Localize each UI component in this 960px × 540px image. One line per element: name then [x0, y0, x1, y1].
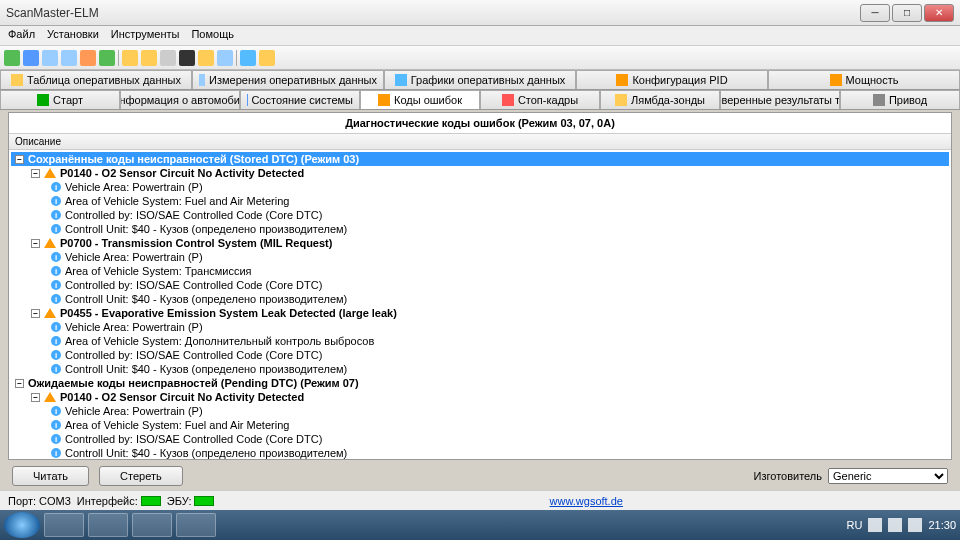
collapse-icon[interactable]: − [31, 239, 40, 248]
tray-icon[interactable] [868, 518, 882, 532]
info-icon: i [51, 182, 61, 192]
tree-row[interactable]: −Ожидаемые коды неисправностей (Pending … [11, 376, 949, 390]
info-icon: i [51, 266, 61, 276]
volume-icon[interactable] [908, 518, 922, 532]
tree-row[interactable]: −P0140 - O2 Sensor Circuit No Activity D… [11, 390, 949, 404]
toolbar-icon[interactable] [99, 50, 115, 66]
connect-icon[interactable] [4, 50, 20, 66]
info-icon: i [51, 210, 61, 220]
tab[interactable]: Старт [0, 90, 120, 109]
tree-row[interactable]: iArea of Vehicle System: Fuel and Air Me… [11, 194, 949, 208]
collapse-icon[interactable]: − [15, 155, 24, 164]
toolbar [0, 46, 960, 70]
menu-help[interactable]: Помощь [191, 28, 234, 43]
tab-icon [830, 74, 842, 86]
collapse-icon[interactable]: − [31, 169, 40, 178]
titlebar: ScanMaster-ELM ─ □ ✕ [0, 0, 960, 26]
tree-row[interactable]: −P0455 - Evaporative Emission System Lea… [11, 306, 949, 320]
maximize-button[interactable]: □ [892, 4, 922, 22]
tree-row[interactable]: −Сохранённые коды неисправностей (Stored… [11, 152, 949, 166]
tree-row[interactable]: iControll Unit: $40 - Кузов (определено … [11, 222, 949, 236]
toolbar-icon[interactable] [240, 50, 256, 66]
tab[interactable]: Таблица оперативных данных [0, 70, 192, 89]
tab[interactable]: Графики оперативных данных [384, 70, 576, 89]
menu-tools[interactable]: Инструменты [111, 28, 180, 43]
toolbar-icon[interactable] [198, 50, 214, 66]
close-button[interactable]: ✕ [924, 4, 954, 22]
tab[interactable]: Измерения оперативных данных [192, 70, 384, 89]
dtc-detail: Vehicle Area: Powertrain (P) [65, 321, 203, 333]
tab-label: Информация о автомобиле [120, 94, 240, 106]
info-icon: i [51, 336, 61, 346]
menu-settings[interactable]: Установки [47, 28, 99, 43]
tab-icon [378, 94, 390, 106]
tree-row[interactable]: iVehicle Area: Powertrain (P) [11, 180, 949, 194]
warning-icon [44, 392, 56, 402]
warning-icon [44, 308, 56, 318]
website-link[interactable]: www.wgsoft.de [550, 495, 623, 507]
tree-row[interactable]: iControll Unit: $40 - Кузов (определено … [11, 446, 949, 459]
clock[interactable]: 21:30 [928, 519, 956, 531]
tree-row[interactable]: iArea of Vehicle System: Трансмиссия [11, 264, 949, 278]
dtc-tree[interactable]: −Сохранённые коды неисправностей (Stored… [9, 150, 951, 459]
toolbar-icon[interactable] [179, 50, 195, 66]
minimize-button[interactable]: ─ [860, 4, 890, 22]
toolbar-icon[interactable] [42, 50, 58, 66]
tabs-bottom: СтартИнформация о автомобилеСостояние си… [0, 90, 960, 110]
tree-row[interactable]: iControll Unit: $40 - Кузов (определено … [11, 292, 949, 306]
tree-row[interactable]: iArea of Vehicle System: Дополнительный … [11, 334, 949, 348]
info-icon: i [51, 322, 61, 332]
toolbar-icon[interactable] [80, 50, 96, 66]
taskbar-item[interactable] [176, 513, 216, 537]
tray-icon[interactable] [888, 518, 902, 532]
tree-row[interactable]: iControlled by: ISO/SAE Controlled Code … [11, 278, 949, 292]
mfg-select[interactable]: Generic [828, 468, 948, 484]
taskbar-item[interactable] [132, 513, 172, 537]
erase-button[interactable]: Стереть [99, 466, 183, 486]
tree-row[interactable]: −P0700 - Transmission Control System (MI… [11, 236, 949, 250]
tab[interactable]: Мощность [768, 70, 960, 89]
taskbar-item[interactable] [88, 513, 128, 537]
tree-row[interactable]: iControlled by: ISO/SAE Controlled Code … [11, 348, 949, 362]
start-button[interactable] [4, 512, 40, 538]
toolbar-icon[interactable] [23, 50, 39, 66]
tab[interactable]: Стоп-кадры [480, 90, 600, 109]
toolbar-icon[interactable] [61, 50, 77, 66]
read-button[interactable]: Читать [12, 466, 89, 486]
tab[interactable]: Конфигурация PID [576, 70, 768, 89]
collapse-icon[interactable]: − [15, 379, 24, 388]
tab-icon [873, 94, 885, 106]
tab[interactable]: Проверенные результаты теста [720, 90, 840, 109]
bottom-bar: Читать Стереть Изготовитель Generic [0, 462, 960, 490]
toolbar-icon[interactable] [259, 50, 275, 66]
tree-row[interactable]: iVehicle Area: Powertrain (P) [11, 250, 949, 264]
toolbar-icon[interactable] [122, 50, 138, 66]
toolbar-icon[interactable] [141, 50, 157, 66]
tab[interactable]: Лямбда-зонды [600, 90, 720, 109]
tree-row[interactable]: −P0140 - O2 Sensor Circuit No Activity D… [11, 166, 949, 180]
tree-row[interactable]: iVehicle Area: Powertrain (P) [11, 320, 949, 334]
port-value: COM3 [39, 495, 71, 507]
dtc-detail: Vehicle Area: Powertrain (P) [65, 405, 203, 417]
collapse-icon[interactable]: − [31, 393, 40, 402]
port-label: Порт: [8, 495, 36, 507]
taskbar: RU 21:30 [0, 510, 960, 540]
tab[interactable]: Состояние системы [240, 90, 360, 109]
tab[interactable]: Информация о автомобиле [120, 90, 240, 109]
tab[interactable]: Привод [840, 90, 960, 109]
tree-row[interactable]: iControlled by: ISO/SAE Controlled Code … [11, 432, 949, 446]
dtc-detail: Controlled by: ISO/SAE Controlled Code (… [65, 279, 322, 291]
collapse-icon[interactable]: − [31, 309, 40, 318]
tree-row[interactable]: iControlled by: ISO/SAE Controlled Code … [11, 208, 949, 222]
lang-indicator[interactable]: RU [847, 519, 863, 531]
toolbar-icon[interactable] [217, 50, 233, 66]
tree-row[interactable]: iArea of Vehicle System: Fuel and Air Me… [11, 418, 949, 432]
tab[interactable]: Коды ошибок [360, 90, 480, 109]
tree-row[interactable]: iVehicle Area: Powertrain (P) [11, 404, 949, 418]
ecu-led-icon [194, 496, 214, 506]
separator [118, 50, 119, 66]
toolbar-icon[interactable] [160, 50, 176, 66]
taskbar-item[interactable] [44, 513, 84, 537]
tree-row[interactable]: iControll Unit: $40 - Кузов (определено … [11, 362, 949, 376]
menu-file[interactable]: Файл [8, 28, 35, 43]
